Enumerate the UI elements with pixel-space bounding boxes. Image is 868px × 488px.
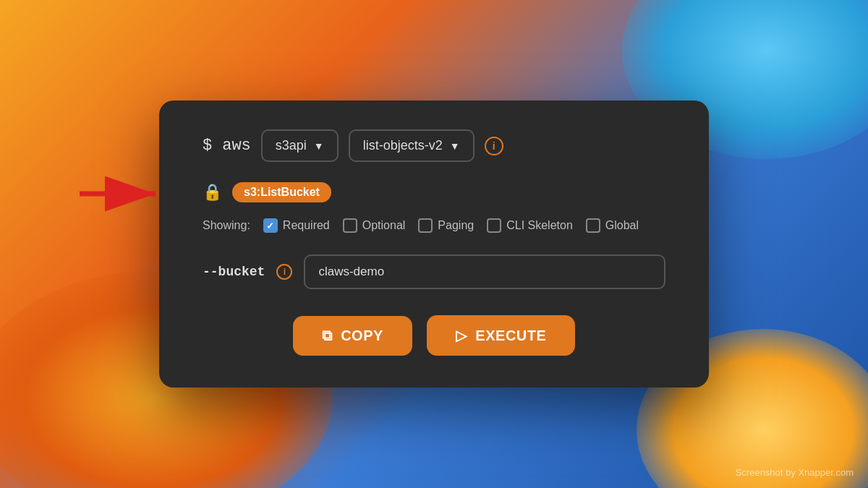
checkbox-required[interactable] <box>263 218 278 233</box>
filter-required-label: Required <box>283 219 330 232</box>
arrow-indicator <box>80 176 166 212</box>
checkbox-optional[interactable] <box>343 218 357 233</box>
watermark: Screenshot by Xnapper.com <box>736 467 854 478</box>
filter-paging-label: Paging <box>438 219 474 232</box>
filter-optional[interactable]: Optional <box>343 218 406 233</box>
command-dropdown-chevron: ▼ <box>450 140 460 152</box>
main-panel: $ aws s3api ▼ list-objects-v2 ▼ i 🔒 s3:L… <box>159 100 709 388</box>
filter-optional-label: Optional <box>362 219 406 232</box>
filter-global-label: Global <box>605 219 639 232</box>
service-dropdown-value: s3api <box>276 138 307 153</box>
command-info-icon[interactable]: i <box>485 137 503 155</box>
execute-button-label: EXECUTE <box>475 328 546 344</box>
filter-cli-skeleton[interactable]: CLI Skeleton <box>487 218 573 233</box>
copy-button[interactable]: ⧉ COPY <box>293 316 412 356</box>
execute-icon: ▷ <box>456 327 467 344</box>
checkbox-cli-skeleton[interactable] <box>487 218 501 233</box>
command-dropdown[interactable]: list-objects-v2 ▼ <box>349 129 475 162</box>
showing-label: Showing: <box>203 219 250 232</box>
param-info-icon[interactable]: i <box>276 264 292 280</box>
service-dropdown-chevron: ▼ <box>314 140 324 152</box>
prompt-aws: aws <box>222 137 251 155</box>
service-dropdown[interactable]: s3api ▼ <box>261 129 339 162</box>
checkbox-global[interactable] <box>586 218 600 233</box>
permission-row: 🔒 s3:ListBucket <box>203 182 665 202</box>
info-icon-label: i <box>493 140 495 152</box>
filter-global[interactable]: Global <box>586 218 639 233</box>
permission-badge: s3:ListBucket <box>232 182 331 202</box>
filter-row: Showing: Required Optional Paging CLI Sk… <box>203 218 665 233</box>
command-row: $ aws s3api ▼ list-objects-v2 ▼ i <box>203 129 665 162</box>
panel-wrapper: $ aws s3api ▼ list-objects-v2 ▼ i 🔒 s3:L… <box>0 0 868 488</box>
copy-icon: ⧉ <box>322 328 333 344</box>
filter-cli-skeleton-label: CLI Skeleton <box>506 219 573 232</box>
lock-icon: 🔒 <box>203 183 222 202</box>
execute-button[interactable]: ▷ EXECUTE <box>427 315 575 356</box>
checkbox-paging[interactable] <box>418 218 433 233</box>
param-name: --bucket <box>203 265 265 279</box>
bucket-row: --bucket i <box>203 254 665 289</box>
command-dropdown-value: list-objects-v2 <box>363 138 443 153</box>
buttons-row: ⧉ COPY ▷ EXECUTE <box>203 315 665 356</box>
filter-required[interactable]: Required <box>263 218 330 233</box>
prompt-dollar: $ <box>203 137 212 155</box>
bucket-input[interactable] <box>304 254 665 289</box>
filter-paging[interactable]: Paging <box>418 218 474 233</box>
copy-button-label: COPY <box>341 328 383 344</box>
